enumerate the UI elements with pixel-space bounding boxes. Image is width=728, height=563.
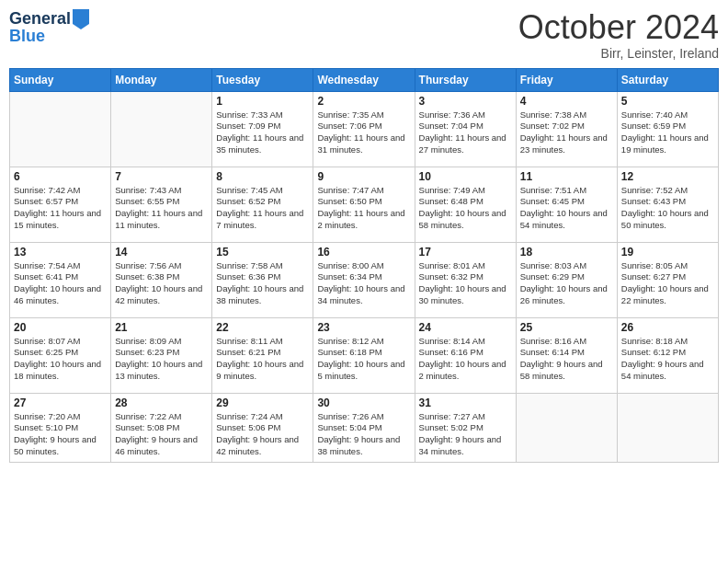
location: Birr, Leinster, Ireland	[518, 46, 719, 61]
day-info: Sunrise: 7:40 AM Sunset: 6:59 PM Dayligh…	[621, 109, 714, 156]
day-info: Sunrise: 7:33 AM Sunset: 7:09 PM Dayligh…	[216, 109, 309, 156]
table-row: 1Sunrise: 7:33 AM Sunset: 7:09 PM Daylig…	[212, 91, 313, 167]
day-info: Sunrise: 8:14 AM Sunset: 6:16 PM Dayligh…	[419, 336, 512, 383]
day-info: Sunrise: 8:11 AM Sunset: 6:21 PM Dayligh…	[216, 336, 309, 383]
day-number: 23	[317, 321, 410, 334]
table-row: 11Sunrise: 7:51 AM Sunset: 6:45 PM Dayli…	[516, 167, 617, 242]
header-friday: Friday	[516, 68, 617, 91]
table-row: 20Sunrise: 8:07 AM Sunset: 6:25 PM Dayli…	[10, 317, 111, 393]
table-row: 17Sunrise: 8:01 AM Sunset: 6:32 PM Dayli…	[415, 242, 516, 317]
table-row: 7Sunrise: 7:43 AM Sunset: 6:55 PM Daylig…	[111, 167, 212, 242]
day-info: Sunrise: 8:00 AM Sunset: 6:34 PM Dayligh…	[317, 260, 410, 307]
day-number: 7	[115, 170, 208, 183]
day-info: Sunrise: 7:47 AM Sunset: 6:50 PM Dayligh…	[317, 185, 410, 232]
day-number: 6	[14, 170, 107, 183]
table-row: 9Sunrise: 7:47 AM Sunset: 6:50 PM Daylig…	[313, 167, 415, 242]
logo-text-blue: Blue	[9, 28, 45, 46]
day-number: 3	[419, 95, 512, 108]
table-row: 14Sunrise: 7:56 AM Sunset: 6:38 PM Dayli…	[111, 242, 212, 317]
month-title: October 2024	[518, 9, 719, 46]
day-info: Sunrise: 8:09 AM Sunset: 6:23 PM Dayligh…	[115, 336, 208, 383]
day-number: 5	[621, 95, 714, 108]
table-row: 25Sunrise: 8:16 AM Sunset: 6:14 PM Dayli…	[516, 317, 617, 393]
table-row: 31Sunrise: 7:27 AM Sunset: 5:02 PM Dayli…	[415, 393, 516, 462]
day-number: 27	[14, 396, 107, 409]
day-number: 20	[14, 321, 107, 334]
table-row: 5Sunrise: 7:40 AM Sunset: 6:59 PM Daylig…	[617, 91, 718, 167]
day-number: 16	[317, 246, 410, 259]
header-thursday: Thursday	[415, 68, 516, 91]
page: General Blue October 2024 Birr, Leinster…	[0, 0, 728, 563]
day-info: Sunrise: 7:35 AM Sunset: 7:06 PM Dayligh…	[317, 109, 410, 156]
day-number: 12	[621, 170, 714, 183]
table-row: 3Sunrise: 7:36 AM Sunset: 7:04 PM Daylig…	[415, 91, 516, 167]
day-number: 14	[115, 246, 208, 259]
day-number: 10	[419, 170, 512, 183]
header-tuesday: Tuesday	[212, 68, 313, 91]
header-monday: Monday	[111, 68, 212, 91]
day-number: 4	[520, 95, 613, 108]
table-row: 15Sunrise: 7:58 AM Sunset: 6:36 PM Dayli…	[212, 242, 313, 317]
day-info: Sunrise: 7:45 AM Sunset: 6:52 PM Dayligh…	[216, 185, 309, 232]
svg-marker-0	[73, 9, 89, 29]
table-row: 22Sunrise: 8:11 AM Sunset: 6:21 PM Dayli…	[212, 317, 313, 393]
day-info: Sunrise: 7:56 AM Sunset: 6:38 PM Dayligh…	[115, 260, 208, 307]
calendar-header-row: Sunday Monday Tuesday Wednesday Thursday…	[10, 68, 719, 91]
logo: General Blue	[9, 9, 91, 46]
table-row: 4Sunrise: 7:38 AM Sunset: 7:02 PM Daylig…	[516, 91, 617, 167]
table-row: 19Sunrise: 8:05 AM Sunset: 6:27 PM Dayli…	[617, 242, 718, 317]
day-info: Sunrise: 7:36 AM Sunset: 7:04 PM Dayligh…	[419, 109, 512, 156]
day-info: Sunrise: 7:20 AM Sunset: 5:10 PM Dayligh…	[14, 411, 107, 458]
day-number: 24	[419, 321, 512, 334]
header-sunday: Sunday	[10, 68, 111, 91]
table-row: 30Sunrise: 7:26 AM Sunset: 5:04 PM Dayli…	[313, 393, 415, 462]
table-row: 29Sunrise: 7:24 AM Sunset: 5:06 PM Dayli…	[212, 393, 313, 462]
day-number: 22	[216, 321, 309, 334]
day-info: Sunrise: 8:07 AM Sunset: 6:25 PM Dayligh…	[14, 336, 107, 383]
calendar-table: Sunday Monday Tuesday Wednesday Thursday…	[9, 68, 719, 463]
day-info: Sunrise: 7:38 AM Sunset: 7:02 PM Dayligh…	[520, 109, 613, 156]
day-info: Sunrise: 7:43 AM Sunset: 6:55 PM Dayligh…	[115, 185, 208, 232]
day-info: Sunrise: 8:12 AM Sunset: 6:18 PM Dayligh…	[317, 336, 410, 383]
day-info: Sunrise: 8:16 AM Sunset: 6:14 PM Dayligh…	[520, 336, 613, 383]
table-row: 10Sunrise: 7:49 AM Sunset: 6:48 PM Dayli…	[415, 167, 516, 242]
day-number: 11	[520, 170, 613, 183]
day-number: 29	[216, 396, 309, 409]
day-number: 1	[216, 95, 309, 108]
table-row: 21Sunrise: 8:09 AM Sunset: 6:23 PM Dayli…	[111, 317, 212, 393]
day-info: Sunrise: 7:52 AM Sunset: 6:43 PM Dayligh…	[621, 185, 714, 232]
table-row: 27Sunrise: 7:20 AM Sunset: 5:10 PM Dayli…	[10, 393, 111, 462]
table-row: 13Sunrise: 7:54 AM Sunset: 6:41 PM Dayli…	[10, 242, 111, 317]
table-row	[617, 393, 718, 462]
day-info: Sunrise: 8:05 AM Sunset: 6:27 PM Dayligh…	[621, 260, 714, 307]
day-info: Sunrise: 8:03 AM Sunset: 6:29 PM Dayligh…	[520, 260, 613, 307]
day-number: 28	[115, 396, 208, 409]
header-wednesday: Wednesday	[313, 68, 415, 91]
table-row	[111, 91, 212, 167]
table-row: 8Sunrise: 7:45 AM Sunset: 6:52 PM Daylig…	[212, 167, 313, 242]
table-row: 18Sunrise: 8:03 AM Sunset: 6:29 PM Dayli…	[516, 242, 617, 317]
day-info: Sunrise: 8:01 AM Sunset: 6:32 PM Dayligh…	[419, 260, 512, 307]
table-row: 6Sunrise: 7:42 AM Sunset: 6:57 PM Daylig…	[10, 167, 111, 242]
day-info: Sunrise: 7:22 AM Sunset: 5:08 PM Dayligh…	[115, 411, 208, 458]
day-info: Sunrise: 8:18 AM Sunset: 6:12 PM Dayligh…	[621, 336, 714, 383]
day-info: Sunrise: 7:24 AM Sunset: 5:06 PM Dayligh…	[216, 411, 309, 458]
day-info: Sunrise: 7:58 AM Sunset: 6:36 PM Dayligh…	[216, 260, 309, 307]
table-row: 2Sunrise: 7:35 AM Sunset: 7:06 PM Daylig…	[313, 91, 415, 167]
day-info: Sunrise: 7:49 AM Sunset: 6:48 PM Dayligh…	[419, 185, 512, 232]
table-row: 12Sunrise: 7:52 AM Sunset: 6:43 PM Dayli…	[617, 167, 718, 242]
day-number: 2	[317, 95, 410, 108]
logo-text-general: General	[9, 10, 71, 29]
table-row	[10, 91, 111, 167]
day-number: 9	[317, 170, 410, 183]
logo-icon	[73, 9, 89, 29]
day-number: 8	[216, 170, 309, 183]
day-number: 30	[317, 396, 410, 409]
day-info: Sunrise: 7:26 AM Sunset: 5:04 PM Dayligh…	[317, 411, 410, 458]
header-saturday: Saturday	[617, 68, 718, 91]
day-number: 18	[520, 246, 613, 259]
title-section: October 2024 Birr, Leinster, Ireland	[518, 9, 719, 61]
day-number: 21	[115, 321, 208, 334]
day-number: 26	[621, 321, 714, 334]
table-row: 23Sunrise: 8:12 AM Sunset: 6:18 PM Dayli…	[313, 317, 415, 393]
